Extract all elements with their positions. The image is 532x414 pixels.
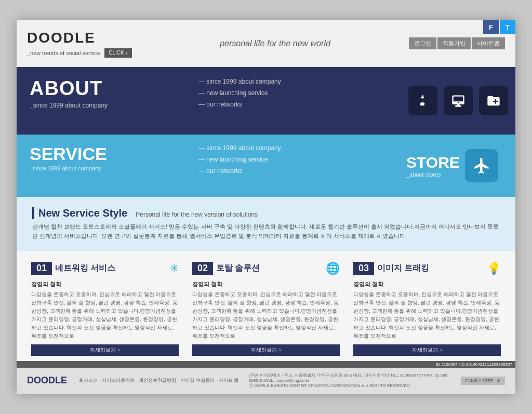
col-3-detail-btn[interactable]: 자세히보기 — [353, 344, 501, 356]
service-link-2[interactable]: — new launching service — [198, 154, 391, 166]
col-3-num: 03 — [353, 262, 374, 275]
footer-copyright: ⓒ WORLD BARISTA CENTER OF KOREA CORPORAT… — [249, 383, 450, 389]
usb-icon — [416, 94, 430, 108]
about-link-3[interactable]: — our networks — [198, 99, 391, 111]
social-icons: F T — [483, 20, 515, 34]
footer-info: (주)이미지토데이 / 주소: 서울특별시 우주구 라임동 96-3 대표: 이… — [249, 372, 450, 389]
family-site-label: FAMILY SITE — [465, 378, 493, 383]
service-left: SERVICE _since 1999 about company — [17, 135, 188, 197]
new-service-title: New Service Style — [32, 207, 127, 219]
site-logo: DOODLE — [27, 30, 141, 46]
col-1-num: 01 — [31, 262, 52, 275]
store-text: STORE _about stores — [406, 154, 460, 178]
service-section: SERVICE _since 1999 about company — sinc… — [17, 135, 515, 197]
footer-address: (주)이미지토데이 / 주소: 서울특별시 우주구 라임동 96-3 대표: 이… — [249, 372, 450, 383]
col-2-title: 토탈 솔루션 — [216, 263, 323, 274]
monitor-icon — [451, 94, 466, 108]
col-1-icon: ✳ — [169, 262, 179, 275]
header: DOODLE _new trends of social service CLI… — [17, 20, 515, 67]
service-link-3[interactable]: — our networks — [198, 166, 391, 177]
id-bar: ID:2106397 NO:20140421211308366327 — [17, 361, 515, 368]
about-icons — [401, 67, 515, 135]
service-links: — since 1999 about company — new launchi… — [188, 135, 401, 197]
header-center-text: personal life for the new world — [141, 39, 409, 48]
about-links: — since 1999 about company — new launchi… — [188, 67, 401, 135]
service-title: SERVICE — [30, 144, 175, 164]
plane-icon-box[interactable] — [465, 149, 498, 182]
chevron-down-icon: ▼ — [496, 378, 501, 383]
col-1-body: 다양성을 존중하고 포용하며, 진심으로 배려하고 열린 마음으로 신화구축 안… — [31, 290, 179, 340]
nav-sitemap[interactable]: 사이트맵 — [472, 37, 505, 49]
footer-links: 회사소개 서비스이용약관 개인정보취급방침 이메일 수집동의 사이트 맵 — [79, 377, 238, 384]
store-sub: _about stores — [406, 171, 460, 178]
header-tagline: _new trends of social service CLICK — [27, 48, 141, 58]
new-service-header: New Service Style Personal life for the … — [32, 207, 500, 219]
folder-icon — [486, 94, 501, 108]
footer-logo: DOODLE — [27, 375, 69, 386]
new-service-subtitle: Personal life for the new version of sol… — [136, 211, 258, 218]
col-2-detail-btn[interactable]: 자세히보기 — [192, 344, 340, 356]
col-3-header: 03 이미지 트래킹 💡 — [353, 262, 501, 275]
monitor-icon-box[interactable] — [444, 86, 473, 115]
footer-link-2[interactable]: 서비스이용약관 — [102, 377, 135, 384]
service-right: STORE _about stores — [401, 135, 515, 197]
header-nav: 로그인 회원가입 사이트맵 — [409, 37, 505, 49]
footer-link-5[interactable]: 사이트 맵 — [219, 377, 239, 384]
new-service-body: 신개념 컬처 브랜드 토토스토리의 소셜플레이 서비스! 믿음 수있는 서버 구… — [32, 222, 500, 241]
footer-link-3[interactable]: 개인정보취급방침 — [139, 377, 176, 384]
footer-link-4[interactable]: 이메일 수집동의 — [180, 377, 215, 384]
col-2: 02 토탈 솔루션 🌐 경영의 철학 다양성을 존중하고 포용하며, 진심으로 … — [188, 262, 344, 356]
about-link-2[interactable]: — new launching service — [198, 88, 391, 99]
plane-icon — [472, 156, 491, 175]
col-3-body: 다양성을 존중하고 포용하며, 진심으로 배려하고 열린 마음으로 신화구축 안… — [353, 290, 501, 340]
col-2-header: 02 토탈 솔루션 🌐 — [192, 262, 340, 275]
footer: DOODLE 회사소개 서비스이용약관 개인정보취급방침 이메일 수집동의 사이… — [17, 368, 515, 394]
new-service-section: New Service Style Personal life for the … — [17, 197, 515, 251]
about-left: ABOUT _since 1999 about company — [17, 67, 188, 135]
col-3-subtitle: 경영의 철학 — [353, 281, 501, 288]
usb-icon-box[interactable] — [408, 86, 437, 115]
about-link-1[interactable]: — since 1999 about company — [198, 76, 391, 88]
family-site-dropdown[interactable]: FAMILY SITE ▼ — [461, 377, 505, 385]
col-1-detail-btn[interactable]: 자세히보기 — [31, 344, 179, 356]
col-2-subtitle: 경영의 철학 — [192, 281, 340, 288]
folder-icon-box[interactable] — [479, 86, 508, 115]
col-1: 01 네트워킹 서비스 ✳ 경영의 철학 다양성을 존중하고 포용하며, 진심으… — [27, 262, 183, 356]
col-1-subtitle: 경영의 철학 — [31, 281, 179, 288]
col-2-icon: 🌐 — [326, 262, 340, 275]
about-title: ABOUT — [30, 77, 175, 100]
footer-link-1[interactable]: 회사소개 — [79, 377, 98, 384]
about-section: ABOUT _since 1999 about company — since … — [17, 67, 515, 135]
col-2-body: 다양성을 존중하고 포용하며, 진심으로 배려하고 열린 마음으로 신화구축 안… — [192, 290, 340, 340]
twitter-icon-btn[interactable]: T — [500, 20, 515, 34]
service-sub: _since 1999 about company — [30, 165, 175, 171]
col-3-title: 이미지 트래킹 — [377, 263, 484, 274]
about-sub: _since 1999 about company — [30, 102, 175, 109]
click-button[interactable]: CLICK — [104, 48, 131, 58]
three-columns: 01 네트워킹 서비스 ✳ 경영의 철학 다양성을 존중하고 포용하며, 진심으… — [17, 251, 515, 361]
col-3-icon: 💡 — [487, 262, 501, 275]
main-wrapper: DOODLE _new trends of social service CLI… — [17, 20, 515, 393]
col-1-title: 네트워킹 서비스 — [55, 263, 166, 274]
logo-section: DOODLE _new trends of social service CLI… — [27, 30, 141, 58]
facebook-icon-btn[interactable]: F — [483, 20, 499, 34]
col-1-header: 01 네트워킹 서비스 ✳ — [31, 262, 179, 275]
col-2-num: 02 — [192, 262, 213, 275]
store-title: STORE — [406, 154, 460, 171]
service-link-1[interactable]: — since 1999 about company — [198, 143, 391, 154]
col-3: 03 이미지 트래킹 💡 경영의 철학 다양성을 존중하고 포용하며, 진심으로… — [349, 262, 505, 356]
nav-login[interactable]: 로그인 — [409, 37, 436, 49]
nav-signup[interactable]: 회원가입 — [437, 37, 471, 49]
